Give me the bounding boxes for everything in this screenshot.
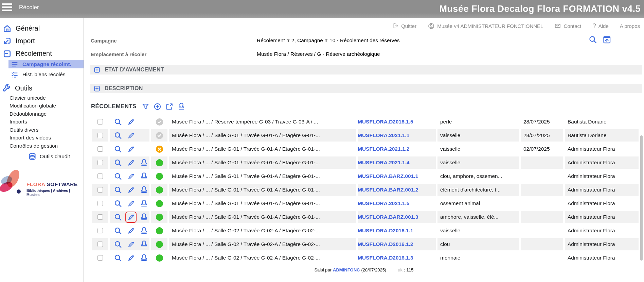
- row-id-link[interactable]: MUSFLORA.BARZ.001.3: [358, 214, 418, 220]
- row-edit-icon[interactable]: [125, 144, 137, 155]
- about-link[interactable]: A propos: [620, 23, 640, 29]
- status-icon: [156, 254, 163, 262]
- row-designation: clou, amphore, ossemen...: [437, 170, 519, 182]
- row-stamp-icon[interactable]: [140, 253, 148, 262]
- stamp-icon[interactable]: [177, 102, 186, 111]
- row-id-link[interactable]: MUSFLORA.2021.1.4: [358, 160, 409, 166]
- filter-icon[interactable]: [141, 102, 150, 111]
- sidebar-item-imports[interactable]: Imports: [0, 118, 84, 126]
- row-id-link[interactable]: MUSFLORA.2021.1.2: [358, 146, 409, 152]
- row-user: Administrateur Flora: [565, 156, 639, 169]
- open-in-new-icon[interactable]: [165, 102, 174, 111]
- row-checkbox[interactable]: [97, 201, 103, 206]
- row-id-link[interactable]: MUSFLORA.D2016.1.2: [358, 241, 413, 247]
- row-checkbox[interactable]: [97, 133, 103, 138]
- row-edit-icon[interactable]: [125, 225, 137, 236]
- row-checkbox[interactable]: [97, 242, 103, 247]
- row-edit-icon[interactable]: [125, 239, 137, 250]
- status-icon: [156, 145, 163, 153]
- status-icon: [156, 172, 163, 180]
- sidebar-item-outils-audit[interactable]: Outils d'audit: [0, 151, 84, 162]
- row-view-icon[interactable]: [114, 145, 122, 153]
- sidebar: Général Import Récolement Campagne récol…: [0, 18, 84, 282]
- add-icon[interactable]: [153, 102, 162, 111]
- row-view-icon[interactable]: [114, 172, 122, 181]
- row-view-icon[interactable]: [114, 118, 122, 126]
- sidebar-item-recolement[interactable]: Récolement: [0, 47, 84, 60]
- section-etat-avancement[interactable]: ETAT D'AVANCEMENT: [90, 65, 642, 74]
- row-checkbox[interactable]: [97, 119, 103, 125]
- row-designation: monnaie: [437, 252, 519, 263]
- row-view-icon[interactable]: [114, 213, 122, 221]
- table-row: Musée Flora / ... / Salle G-01 / Travée …: [92, 169, 639, 183]
- row-checkbox[interactable]: [97, 173, 103, 179]
- row-checkbox[interactable]: [97, 146, 103, 152]
- row-view-icon[interactable]: [114, 186, 122, 194]
- row-id-link[interactable]: MUSFLORA.D2016.1.1: [358, 228, 413, 234]
- section-description[interactable]: DESCRIPTION: [90, 84, 642, 93]
- row-stamp-icon[interactable]: [140, 240, 148, 249]
- row-edit-icon[interactable]: [125, 116, 137, 128]
- help-link[interactable]: ? Aide: [592, 22, 609, 30]
- sidebar-item-import-des-videos[interactable]: Import des vidéos: [0, 134, 84, 142]
- row-id-link[interactable]: MUSFLORA.BARZ.001.2: [358, 187, 418, 193]
- search-icon[interactable]: [588, 35, 597, 44]
- row-view-icon[interactable]: [114, 131, 122, 140]
- hamburger-menu-icon[interactable]: [2, 2, 12, 13]
- sidebar-item-clavier-unicode[interactable]: Clavier unicode: [0, 94, 84, 102]
- row-id-link[interactable]: MUSFLORA.2021.1.5: [358, 200, 409, 206]
- row-checkbox[interactable]: [97, 214, 103, 220]
- row-checkbox[interactable]: [97, 187, 103, 193]
- database-icon: [28, 152, 37, 161]
- row-stamp-icon[interactable]: [140, 158, 148, 167]
- table-row: Musée Flora / ... / Salle G-01 / Travée …: [92, 142, 639, 156]
- row-stamp-icon[interactable]: [140, 172, 148, 181]
- row-edit-icon[interactable]: [125, 157, 137, 168]
- row-view-icon[interactable]: [114, 240, 122, 249]
- row-location: Musée Flora / ... / Salle G-01 / Travée …: [169, 197, 356, 210]
- table-row: Musée Flora / ... / Réserve tempérée G-0…: [92, 115, 639, 129]
- sidebar-item-import[interactable]: Import: [0, 35, 84, 47]
- row-checkbox[interactable]: [97, 228, 103, 233]
- row-view-icon[interactable]: [114, 159, 122, 167]
- row-checkbox[interactable]: [97, 255, 103, 261]
- row-stamp-icon[interactable]: [140, 185, 148, 194]
- page-title: Récoler: [19, 4, 39, 11]
- sidebar-item-hist-biens-recoles[interactable]: Hist. biens récolés: [0, 70, 84, 79]
- quit-button[interactable]: Quitter: [392, 22, 416, 29]
- row-view-icon[interactable]: [114, 227, 122, 235]
- box-icon: [2, 49, 12, 59]
- row-edit-icon[interactable]: [125, 198, 137, 209]
- sidebar-item-controles-de-gestion[interactable]: Contrôles de gestion: [0, 142, 84, 150]
- row-date: [521, 170, 563, 182]
- row-stamp-icon[interactable]: [140, 213, 148, 221]
- row-edit-icon[interactable]: [125, 252, 137, 263]
- sidebar-item-modification-globale[interactable]: Modification globale: [0, 102, 84, 110]
- vertical-scrollbar[interactable]: [640, 135, 643, 261]
- contact-link[interactable]: Contact: [554, 22, 581, 29]
- row-stamp-icon[interactable]: [140, 199, 148, 208]
- footer-date: (28/07/2025): [361, 267, 386, 272]
- table-row: Musée Flora / ... / Salle G-01 / Travée …: [92, 197, 639, 210]
- row-id-link[interactable]: MUSFLORA.D2016.1.3: [358, 255, 413, 261]
- sidebar-item-outils[interactable]: Outils: [0, 82, 84, 94]
- sidebar-item-outils-divers[interactable]: Outils divers: [0, 126, 84, 134]
- row-id-link[interactable]: MUSFLORA.2021.1.1: [358, 132, 409, 138]
- sidebar-item-dedoublonnage[interactable]: Dédoublonnage: [0, 110, 84, 118]
- row-stamp-icon[interactable]: [140, 226, 148, 235]
- row-edit-icon[interactable]: [125, 184, 137, 196]
- row-id-link[interactable]: MUSFLORA.BARZ.001.1: [358, 173, 418, 179]
- row-checkbox[interactable]: [97, 160, 103, 165]
- recolements-title: RÉCOLEMENTS: [91, 103, 137, 110]
- current-user[interactable]: Musée v4 ADMINISTRATEUR FONCTIONNEL: [428, 22, 543, 30]
- row-edit-icon[interactable]: [125, 171, 137, 182]
- location-value: Musée Flora / Réserves / G - Réserve arc…: [257, 51, 553, 57]
- row-view-icon[interactable]: [114, 199, 122, 208]
- row-edit-icon[interactable]: [125, 130, 137, 141]
- row-view-icon[interactable]: [114, 254, 122, 262]
- export-window-icon[interactable]: [602, 35, 611, 44]
- row-id-link[interactable]: MUSFLORA.D2018.1.5: [358, 119, 413, 125]
- sidebar-item-campagne-recolement[interactable]: Campagne récolmt.: [8, 60, 84, 68]
- row-edit-icon[interactable]: [125, 212, 137, 223]
- sidebar-item-general[interactable]: Général: [0, 22, 84, 35]
